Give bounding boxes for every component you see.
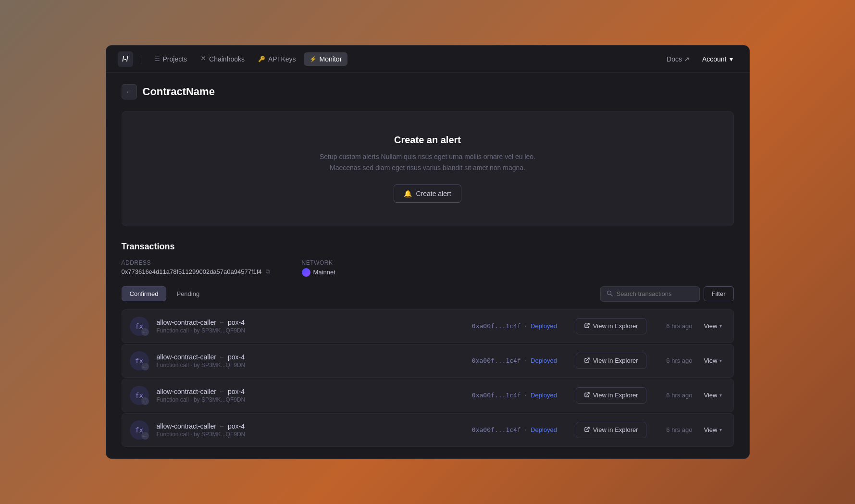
tx-icon: fx … xyxy=(130,351,149,370)
tx-info: allow-contract-caller ← pox-4 Function c… xyxy=(157,353,464,369)
tx-function-name: allow-contract-caller xyxy=(157,319,216,326)
chainhooks-icon xyxy=(200,55,206,62)
account-chevron-icon: ▾ xyxy=(730,55,733,63)
tx-view-button[interactable]: View ▾ xyxy=(700,320,726,332)
page-title: ContractName xyxy=(143,86,215,98)
network-group: Network Mainnet xyxy=(302,259,335,277)
tx-status-dot: · xyxy=(525,356,527,365)
search-box[interactable] xyxy=(600,286,700,302)
monitor-icon: ⚡ xyxy=(310,56,317,62)
view-in-explorer-button[interactable]: View in Explorer xyxy=(576,387,646,404)
address-value: 0x773616e4d11a78f511299002da57a0a94577f1… xyxy=(122,268,262,275)
tx-arrow-icon: ← xyxy=(219,319,225,326)
tabs: Confirmed Pending xyxy=(122,286,208,301)
section-title: Transactions xyxy=(122,242,734,252)
tx-contract: pox-4 xyxy=(228,319,245,326)
table-row: fx … allow-contract-caller ← pox-4 Funct… xyxy=(122,309,734,343)
external-link-icon xyxy=(584,357,590,365)
logo[interactable]: /-/ xyxy=(118,51,133,67)
tx-icon: fx … xyxy=(130,317,149,336)
bell-icon: 🔔 xyxy=(404,190,412,197)
api-keys-icon: 🔑 xyxy=(258,56,265,62)
tx-status-badge: Deployed xyxy=(531,392,557,399)
nav-item-chainhooks[interactable]: Chainhooks xyxy=(195,52,250,66)
tx-address-status: 0xa00f...1c4f · Deployed xyxy=(472,322,568,331)
main-content: ← ContractName Create an alert Setup cus… xyxy=(106,73,749,458)
docs-link[interactable]: Docs ↗ xyxy=(667,55,690,63)
view-in-explorer-label: View in Explorer xyxy=(593,357,638,364)
tx-address: 0xa00f...1c4f xyxy=(472,426,521,433)
back-button[interactable]: ← xyxy=(122,84,137,99)
tx-view-button[interactable]: View ▾ xyxy=(700,354,726,367)
view-in-explorer-label: View in Explorer xyxy=(593,322,638,330)
tx-sub-info: Function call · by SP3MK...QF9DN xyxy=(157,431,464,438)
table-row: fx … allow-contract-caller ← pox-4 Funct… xyxy=(122,344,734,378)
nav-item-monitor[interactable]: ⚡ Monitor xyxy=(304,52,348,66)
tx-contract: pox-4 xyxy=(228,353,245,361)
tx-icon: fx … xyxy=(130,386,149,405)
view-in-explorer-label: View in Explorer xyxy=(593,426,638,433)
tx-time: 6 hrs ago xyxy=(654,392,693,399)
tx-view-button[interactable]: View ▾ xyxy=(700,389,726,402)
tx-contract: pox-4 xyxy=(228,422,245,430)
external-link-icon xyxy=(584,426,590,434)
network-value-row: Mainnet xyxy=(302,268,335,277)
back-icon: ← xyxy=(126,88,133,96)
tx-name: allow-contract-caller ← pox-4 xyxy=(157,422,464,430)
tx-sub-icon: … xyxy=(141,328,149,336)
view-label: View xyxy=(704,392,718,399)
app-window: /-/ ☰ Projects Chainhooks 🔑 API Keys ⚡ xyxy=(106,45,750,459)
view-in-explorer-label: View in Explorer xyxy=(593,392,638,399)
table-row: fx … allow-contract-caller ← pox-4 Funct… xyxy=(122,413,734,447)
network-label: Network xyxy=(302,259,335,266)
filter-group: Filter xyxy=(600,286,734,302)
tx-name: allow-contract-caller ← pox-4 xyxy=(157,353,464,361)
filter-button[interactable]: Filter xyxy=(704,286,734,301)
chevron-down-icon: ▾ xyxy=(719,427,722,432)
tx-info: allow-contract-caller ← pox-4 Function c… xyxy=(157,422,464,438)
tx-function-name: allow-contract-caller xyxy=(157,353,216,361)
view-label: View xyxy=(704,426,718,433)
tx-time: 6 hrs ago xyxy=(654,322,693,330)
nav-item-api-keys[interactable]: 🔑 API Keys xyxy=(252,52,302,66)
tx-view-button[interactable]: View ▾ xyxy=(700,423,726,436)
tx-name: allow-contract-caller ← pox-4 xyxy=(157,319,464,326)
tx-status-badge: Deployed xyxy=(531,322,557,330)
tx-arrow-icon: ← xyxy=(219,388,225,395)
nav-item-monitor-label: Monitor xyxy=(320,55,342,63)
create-alert-button[interactable]: 🔔 Create alert xyxy=(394,184,461,203)
copy-address-button[interactable]: ⧉ xyxy=(265,268,271,275)
account-menu[interactable]: Account ▾ xyxy=(697,52,738,66)
tx-address-status: 0xa00f...1c4f · Deployed xyxy=(472,356,568,365)
tx-sub-icon: … xyxy=(141,363,149,370)
address-value-row: 0x773616e4d11a78f511299002da57a0a94577f1… xyxy=(122,268,271,275)
tx-sub-info: Function call · by SP3MK...QF9DN xyxy=(157,396,464,403)
alert-card-description: Setup custom alerts Nullam quis risus eg… xyxy=(308,151,548,173)
view-in-explorer-button[interactable]: View in Explorer xyxy=(576,318,646,334)
transactions-section: Transactions Address 0x773616e4d11a78f51… xyxy=(122,242,734,447)
tx-status-dot: · xyxy=(525,322,527,331)
network-dot-icon xyxy=(302,268,310,277)
tx-time: 6 hrs ago xyxy=(654,357,693,364)
tx-address-status: 0xa00f...1c4f · Deployed xyxy=(472,391,568,400)
tx-icon: fx … xyxy=(130,420,149,440)
svg-line-1 xyxy=(610,294,612,296)
view-label: View xyxy=(704,357,718,364)
view-in-explorer-button[interactable]: View in Explorer xyxy=(576,353,646,369)
tab-confirmed[interactable]: Confirmed xyxy=(122,286,167,301)
nav-divider xyxy=(141,54,141,64)
tab-pending[interactable]: Pending xyxy=(168,286,208,301)
tabs-filter-row: Confirmed Pending Filter xyxy=(122,286,734,302)
nav-item-chainhooks-label: Chainhooks xyxy=(209,55,245,63)
network-name: Mainnet xyxy=(313,269,335,276)
tx-address-status: 0xa00f...1c4f · Deployed xyxy=(472,426,568,434)
view-in-explorer-button[interactable]: View in Explorer xyxy=(576,422,646,438)
tx-sub-info: Function call · by SP3MK...QF9DN xyxy=(157,327,464,334)
tx-status-dot: · xyxy=(525,426,527,434)
address-label: Address xyxy=(122,259,271,266)
nav-item-projects[interactable]: ☰ Projects xyxy=(149,52,193,66)
tx-info: allow-contract-caller ← pox-4 Function c… xyxy=(157,388,464,403)
tx-function-name: allow-contract-caller xyxy=(157,388,216,395)
search-input[interactable] xyxy=(617,290,694,297)
navbar: /-/ ☰ Projects Chainhooks 🔑 API Keys ⚡ xyxy=(106,46,749,73)
